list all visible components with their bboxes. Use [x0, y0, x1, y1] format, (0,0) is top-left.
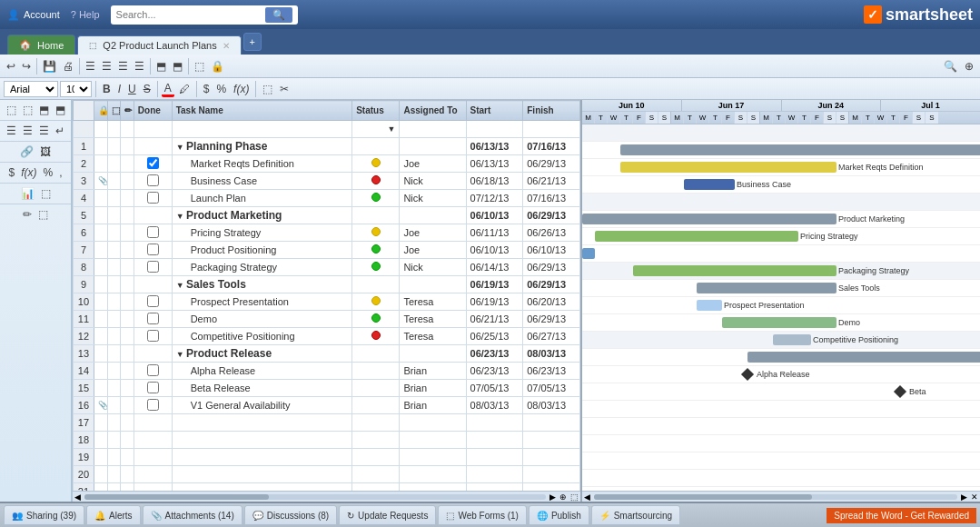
wrap-btn[interactable]: ⬒: [153, 58, 169, 75]
strikethrough-button[interactable]: S: [141, 81, 153, 97]
dollar-btn[interactable]: $: [201, 81, 213, 97]
row-done[interactable]: [134, 207, 172, 224]
fx-side-btn[interactable]: f(x): [18, 164, 39, 181]
scroll-left-icon[interactable]: ◀: [74, 492, 81, 502]
row-task-name[interactable]: Beta Release: [172, 380, 352, 397]
row-done[interactable]: [134, 259, 172, 276]
align-left-btn[interactable]: ☰: [83, 58, 98, 75]
image-btn[interactable]: 🖼: [37, 144, 54, 160]
row-task-name[interactable]: [172, 449, 352, 466]
lock-btn[interactable]: 🔒: [208, 58, 227, 75]
undo-button[interactable]: ↩: [4, 58, 18, 75]
expand-btn[interactable]: ⬚: [4, 102, 19, 118]
row-done[interactable]: [134, 173, 172, 190]
gantt-scrollbar[interactable]: ◀ ▶ ✕: [582, 491, 980, 502]
row-task-name[interactable]: ▼ Product Marketing: [172, 207, 352, 224]
row-done[interactable]: [134, 397, 172, 414]
highlight-btn[interactable]: 🖊: [176, 81, 193, 97]
row-task-name[interactable]: Market Reqts Definition: [172, 155, 352, 173]
align-right-btn[interactable]: ☰: [115, 58, 131, 75]
row-task-name[interactable]: ▼ Planning Phase: [172, 138, 352, 155]
row-task-name[interactable]: Business Case: [172, 173, 352, 190]
collapse-btn[interactable]: ⬚: [20, 102, 35, 118]
row-done[interactable]: [134, 224, 172, 242]
eraser-btn[interactable]: ⬚: [35, 206, 51, 223]
row-task-name[interactable]: Prospect Presentation: [172, 293, 352, 311]
text-wrap[interactable]: ↵: [53, 123, 67, 139]
zoom-out-btn[interactable]: 🔍: [941, 58, 960, 75]
section-arrow[interactable]: ▼: [176, 281, 186, 290]
row-task-name[interactable]: [172, 466, 352, 483]
fit-icon[interactable]: ⬚: [570, 492, 579, 502]
tab-attachments[interactable]: 📎 Attachments (14): [143, 505, 243, 525]
row-done[interactable]: [134, 363, 172, 380]
font-select[interactable]: Arial: [4, 81, 58, 97]
gantt-scroll-left[interactable]: ◀: [584, 492, 590, 502]
align-center-btn[interactable]: ☰: [99, 58, 114, 75]
tab-discussions[interactable]: 💬 Discussions (8): [244, 505, 337, 525]
section-arrow[interactable]: ▼: [176, 212, 186, 221]
zoom-icon[interactable]: ⊕: [559, 492, 567, 502]
delete-row-btn[interactable]: ✂: [277, 81, 292, 97]
tab-add-button[interactable]: +: [243, 33, 262, 51]
bold-button[interactable]: B: [100, 81, 114, 97]
save-btn[interactable]: 💾: [40, 58, 59, 75]
text-color-btn[interactable]: A: [162, 80, 174, 97]
row-done[interactable]: [134, 293, 172, 311]
align-r[interactable]: ☰: [36, 123, 52, 139]
spread-word-btn[interactable]: Spread the Word - Get Rewarded: [827, 508, 976, 523]
insert-row-btn[interactable]: ⬚: [260, 81, 275, 97]
row-done[interactable]: [134, 432, 172, 449]
row-done[interactable]: [134, 483, 172, 492]
help-btn[interactable]: ? Help: [71, 9, 100, 20]
row-done[interactable]: [134, 449, 172, 466]
row-done[interactable]: [134, 380, 172, 397]
scroll-right-icon[interactable]: ▶: [549, 492, 556, 502]
row-task-name[interactable]: ▼ Product Release: [172, 345, 352, 363]
row-done[interactable]: [134, 138, 172, 155]
row-task-name[interactable]: Demo: [172, 311, 352, 328]
align-l[interactable]: ☰: [4, 123, 19, 139]
fx-btn[interactable]: f(x): [231, 81, 252, 97]
row-done[interactable]: [134, 311, 172, 328]
row-task-name[interactable]: Launch Plan: [172, 190, 352, 207]
indent-btn[interactable]: ☰: [132, 58, 147, 75]
comma-btn[interactable]: ,: [56, 164, 64, 181]
row-done[interactable]: [134, 345, 172, 363]
size-select[interactable]: 10: [60, 81, 92, 97]
row-task-name[interactable]: ▼ Sales Tools: [172, 276, 352, 293]
row-task-name[interactable]: V1 General Availability: [172, 397, 352, 414]
chart-btn[interactable]: 📊: [18, 185, 37, 202]
search-input[interactable]: [116, 9, 262, 20]
rows-btn[interactable]: ⬒: [36, 102, 52, 118]
percent-btn[interactable]: %: [213, 81, 229, 97]
row-done[interactable]: [134, 276, 172, 293]
account-btn[interactable]: 👤 Account: [7, 9, 60, 21]
row-task-name[interactable]: Product Positioning: [172, 242, 352, 259]
row-task-name[interactable]: Competitive Positioning: [172, 328, 352, 345]
tab-home[interactable]: 🏠 Home: [7, 35, 75, 55]
section-arrow[interactable]: ▼: [176, 143, 186, 152]
tab-alerts[interactable]: 🔔 Alerts: [86, 505, 141, 525]
row-task-name[interactable]: Packaging Strategy: [172, 259, 352, 276]
redo-button[interactable]: ↪: [19, 58, 34, 75]
tab-sharing[interactable]: 👥 Sharing (39): [4, 505, 84, 525]
row-task-name[interactable]: [172, 432, 352, 449]
italic-button[interactable]: I: [115, 81, 124, 97]
zoom-in-btn[interactable]: ⊕: [962, 58, 976, 75]
horizontal-scrollbar[interactable]: ◀ ▶ ⊕ ⬚: [73, 491, 580, 502]
row-task-name[interactable]: [172, 414, 352, 432]
row-done[interactable]: [134, 242, 172, 259]
cond-btn[interactable]: ⬚: [38, 185, 54, 202]
tab-update-requests[interactable]: ↻ Update Requests: [339, 505, 436, 525]
gantt-scroll-right[interactable]: ▶: [961, 492, 967, 502]
row-done[interactable]: [134, 190, 172, 207]
row-done[interactable]: [134, 466, 172, 483]
print-btn[interactable]: 🖨: [60, 58, 76, 75]
tab-q2[interactable]: ⬚ Q2 Product Launch Plans ✕: [77, 35, 241, 55]
pencil-btn[interactable]: ✏: [20, 206, 35, 223]
section-arrow[interactable]: ▼: [176, 350, 186, 359]
row-done[interactable]: [134, 328, 172, 345]
filter-btn[interactable]: ⬚: [192, 58, 207, 75]
row-task-name[interactable]: Alpha Release: [172, 363, 352, 380]
